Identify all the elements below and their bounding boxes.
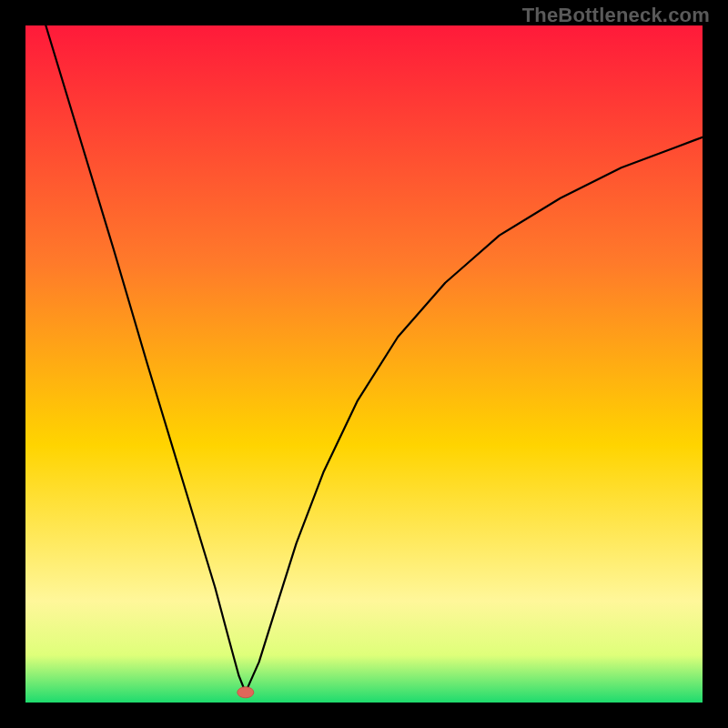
plot-area: [25, 25, 703, 703]
watermark-text: TheBottleneck.com: [522, 4, 710, 27]
gradient-background: [25, 25, 703, 703]
minimum-marker: [238, 687, 254, 698]
chart-svg: [25, 25, 703, 703]
chart-frame: TheBottleneck.com: [0, 0, 728, 728]
